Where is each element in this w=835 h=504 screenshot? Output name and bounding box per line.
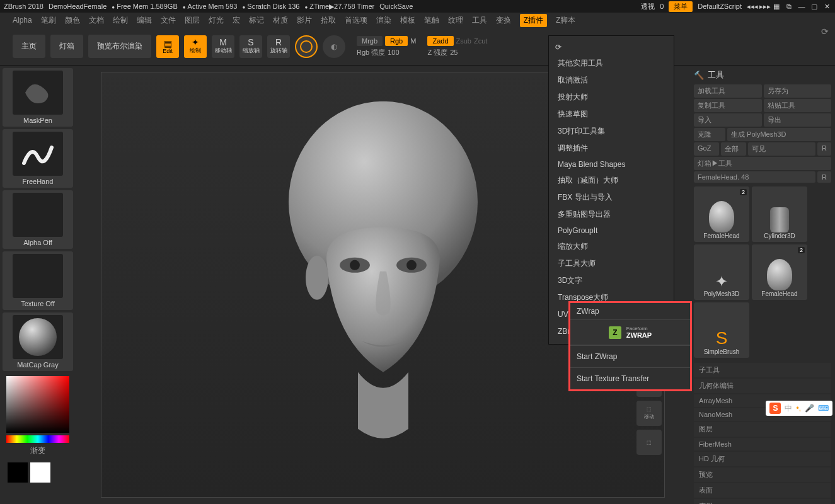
menu-item-Alpha[interactable]: Alpha bbox=[13, 16, 32, 25]
menu-item-文件[interactable]: 文件 bbox=[161, 15, 176, 26]
accordion-item[interactable]: 表面 bbox=[694, 483, 831, 498]
plugin-item[interactable]: 抽取（减面）大师 bbox=[549, 172, 674, 189]
plugin-item[interactable]: 其他实用工具 bbox=[549, 55, 674, 72]
plugin-item[interactable]: PolyGroupIt bbox=[549, 223, 674, 238]
subtool-item[interactable]: Cylinder3D bbox=[752, 186, 807, 242]
zcut-button[interactable]: Zcut bbox=[474, 37, 487, 45]
menu-item-模板[interactable]: 模板 bbox=[400, 15, 415, 26]
quicksave-button[interactable]: QuickSave bbox=[379, 3, 413, 10]
accordion-item[interactable]: 图层 bbox=[694, 422, 831, 437]
menu-item-影片[interactable]: 影片 bbox=[297, 15, 312, 26]
swatch-black[interactable] bbox=[8, 462, 28, 483]
home-button[interactable]: 主页 bbox=[13, 35, 45, 58]
menu-item-Z插件[interactable]: Z插件 bbox=[520, 14, 547, 27]
layout2-icon[interactable]: ⧉ bbox=[785, 3, 793, 11]
hue-slider[interactable] bbox=[6, 435, 69, 443]
lightbox-tools-button[interactable]: 灯箱▶工具 bbox=[694, 157, 831, 170]
subtool-item[interactable]: 2FemaleHead bbox=[694, 186, 749, 242]
goz-button[interactable]: GoZ bbox=[694, 142, 719, 156]
viewport-icon-移动[interactable]: ⬚移动 bbox=[636, 401, 662, 426]
start-texture-transfer-button[interactable]: Start Texture Transfer bbox=[570, 367, 690, 389]
z-intensity-value[interactable]: 25 bbox=[450, 49, 458, 56]
rgb-button[interactable]: Rgb bbox=[385, 36, 408, 46]
goz-visible-button[interactable]: 可见 bbox=[748, 142, 815, 156]
scale-gizmo-button[interactable]: S缩放轴 bbox=[239, 35, 262, 58]
color-picker[interactable] bbox=[3, 374, 73, 443]
start-zwrap-button[interactable]: Start ZWrap bbox=[570, 345, 690, 367]
accordion-item[interactable]: 几何体编辑 bbox=[694, 379, 831, 393]
menu-button[interactable]: 菜单 bbox=[669, 1, 693, 12]
menu-item-工具[interactable]: 工具 bbox=[472, 15, 487, 26]
plugin-item[interactable]: FBX 导出与导入 bbox=[549, 189, 674, 206]
plugin-item[interactable]: 子工具大师 bbox=[549, 255, 674, 272]
minimize-icon[interactable]: — bbox=[797, 3, 806, 11]
preview-button[interactable]: 预览布尔渲染 bbox=[88, 35, 151, 58]
plugin-item[interactable]: 缩放大师 bbox=[549, 238, 674, 255]
menu-item-绘制[interactable]: 绘制 bbox=[113, 15, 128, 26]
menu-item-纹理[interactable]: 纹理 bbox=[448, 15, 463, 26]
viewport-icon-icon12[interactable]: ⬚ bbox=[636, 430, 662, 455]
draw-mode-button[interactable]: ✦绘制 bbox=[184, 35, 207, 58]
export-button[interactable]: 导出 bbox=[764, 113, 832, 127]
copy-tool-button[interactable]: 复制工具 bbox=[694, 99, 762, 112]
menu-item-笔刷[interactable]: 笔刷 bbox=[41, 15, 56, 26]
zsub-button[interactable]: Zsub bbox=[456, 37, 471, 45]
plugin-item[interactable]: 3D打印工具集 bbox=[549, 123, 674, 140]
alpha-thumbnail[interactable]: Alpha Off bbox=[3, 190, 73, 249]
goz-all-button[interactable]: 全部 bbox=[721, 142, 746, 156]
menu-item-变换[interactable]: 变换 bbox=[496, 15, 511, 26]
subtool-item[interactable]: ✦PolyMesh3D bbox=[694, 244, 749, 300]
menu-item-编辑[interactable]: 编辑 bbox=[137, 15, 152, 26]
load-tool-button[interactable]: 加载工具 bbox=[694, 84, 762, 98]
menu-item-拾取[interactable]: 拾取 bbox=[321, 15, 336, 26]
focal-shift-indicator[interactable]: ◐ bbox=[323, 35, 345, 58]
texture-thumbnail[interactable]: Texture Off bbox=[3, 251, 73, 310]
brush-thumbnail[interactable]: MaskPen bbox=[3, 68, 73, 127]
accordion-item[interactable]: HD 几何 bbox=[694, 452, 831, 466]
menu-item-文档[interactable]: 文档 bbox=[89, 15, 104, 26]
accordion-item[interactable]: 预览 bbox=[694, 467, 831, 482]
move-gizmo-button[interactable]: M移动轴 bbox=[212, 35, 234, 58]
plugin-item[interactable]: 3D文字 bbox=[549, 272, 674, 289]
current-tool-name[interactable]: FemaleHead. 48 bbox=[694, 171, 815, 183]
import-button[interactable]: 导入 bbox=[694, 113, 762, 127]
accordion-item[interactable]: 子工具 bbox=[694, 363, 831, 377]
nav-prev-icon[interactable]: ◂◂◂ bbox=[747, 3, 756, 11]
layout-icon[interactable]: ▦ bbox=[772, 3, 781, 11]
menu-item-首选项[interactable]: 首选项 bbox=[345, 15, 367, 26]
nav-next-icon[interactable]: ▸▸▸ bbox=[759, 3, 768, 11]
mic-icon[interactable]: 🎤 bbox=[805, 404, 814, 413]
plugin-item[interactable]: 调整插件 bbox=[549, 140, 674, 157]
menu-item-标记[interactable]: 标记 bbox=[249, 15, 264, 26]
zadd-button[interactable]: Zadd bbox=[427, 36, 453, 46]
accordion-item[interactable]: 变形 bbox=[694, 499, 831, 504]
plugin-item[interactable]: 多重贴图导出器 bbox=[549, 206, 674, 223]
accordion-item[interactable]: FiberMesh bbox=[694, 438, 831, 450]
plugin-item[interactable]: 投射大师 bbox=[549, 89, 674, 106]
m-button[interactable]: M bbox=[410, 37, 416, 45]
mrgb-button[interactable]: Mrgb bbox=[357, 36, 383, 46]
clone-button[interactable]: 克隆 bbox=[694, 128, 725, 141]
refresh-icon[interactable]: ⟳ bbox=[821, 26, 829, 37]
maximize-icon[interactable]: ▢ bbox=[810, 3, 819, 11]
menu-item-渲染[interactable]: 渲染 bbox=[376, 15, 391, 26]
saveas-button[interactable]: 另存为 bbox=[764, 84, 832, 98]
plugin-item[interactable]: Maya Blend Shapes bbox=[549, 157, 674, 172]
material-thumbnail[interactable]: MatCap Gray bbox=[3, 312, 73, 371]
swatch-white[interactable] bbox=[30, 462, 50, 483]
close-icon[interactable]: ✕ bbox=[822, 3, 831, 11]
ime-indicator[interactable]: S 中 •, 🎤 ⌨ bbox=[766, 401, 832, 416]
tool-r-button[interactable]: R bbox=[817, 171, 831, 183]
menu-item-灯光[interactable]: 灯光 bbox=[209, 15, 224, 26]
menu-item-图层[interactable]: 图层 bbox=[185, 15, 200, 26]
menu-item-笔触[interactable]: 笔触 bbox=[424, 15, 439, 26]
make-polymesh-button[interactable]: 生成 PolyMesh3D bbox=[727, 128, 831, 141]
menu-item-材质[interactable]: 材质 bbox=[273, 15, 288, 26]
menu-item-宏[interactable]: 宏 bbox=[233, 15, 240, 26]
rgb-intensity-value[interactable]: 100 bbox=[388, 49, 399, 56]
plugin-item[interactable]: 快速草图 bbox=[549, 106, 674, 123]
rotate-gizmo-button[interactable]: R旋转轴 bbox=[267, 35, 290, 58]
history-icon[interactable]: ⟳ bbox=[549, 40, 674, 55]
plugin-item[interactable]: 取消激活 bbox=[549, 72, 674, 89]
edit-mode-button[interactable]: ▤Edit bbox=[156, 35, 179, 58]
